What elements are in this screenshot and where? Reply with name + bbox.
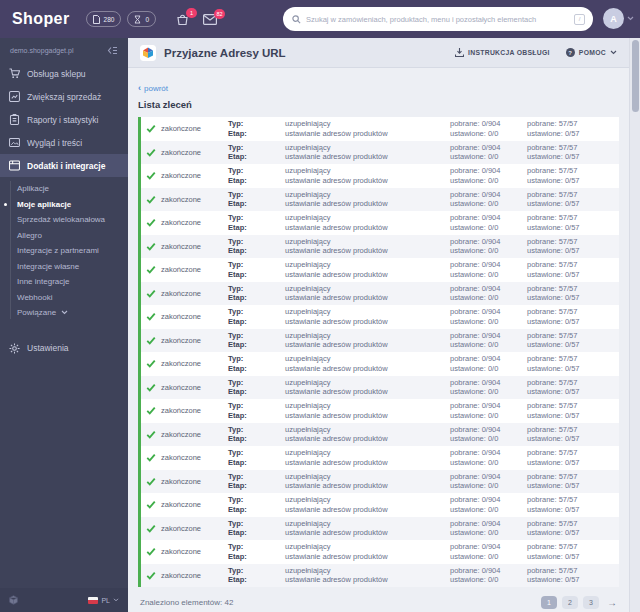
sidebar-item-obsluga-sklepu[interactable]: Obsługa sklepu [0,62,128,85]
sidebar-subitem-integracje-wlasne[interactable]: Integracje własne [0,259,128,275]
manual-button[interactable]: INSTRUKCJA OBSŁUGI [455,48,550,57]
language-selector[interactable]: PL [88,597,119,604]
table-row[interactable]: zakończone Typ: Etap: uzupełniający usta… [138,282,619,306]
etap-label: Etap: [228,481,285,491]
check-icon [146,289,156,298]
sidebar-item-label: Zwiększaj sprzedaż [27,92,101,102]
categories-downloaded: pobrane: 57/57 [527,143,619,153]
orders-counter-pill[interactable]: 280 [86,11,122,27]
account-menu[interactable]: A [603,8,634,29]
table-row[interactable]: zakończone Typ: Etap: uzupełniający usta… [138,470,619,494]
check-icon [146,383,156,392]
scrollbar[interactable] [629,38,640,612]
categories-set: ustawione: 0/57 [527,528,619,538]
products-set: ustawione: 0/0 [450,575,527,585]
categories-downloaded: pobrane: 57/57 [527,519,619,529]
active-bullet [4,203,7,206]
typ-value: uzupełniający [285,213,450,223]
etap-value: ustawianie adresów produktów [285,176,450,186]
table-row[interactable]: zakończone Typ: Etap: uzupełniający usta… [138,399,619,423]
app-title: Przyjazne Adresy URL [164,47,286,59]
check-icon [146,453,156,462]
categories-downloaded: pobrane: 57/57 [527,237,619,247]
sidebar-item-dodatki-i-integracje[interactable]: Dodatki i integracje [0,154,128,177]
status-label: zakończone [161,289,201,299]
sidebar-item-wyglad-i-tresci[interactable]: Wygląd i treści [0,131,128,154]
sidebar-subitem-integracje-z-partnerami[interactable]: Integracje z partnerami [0,243,128,259]
status-label: zakończone [161,312,201,322]
next-page-arrow-icon[interactable]: → [607,597,617,608]
table-row[interactable]: zakończone Typ: Etap: uzupełniający usta… [138,164,619,188]
table-row[interactable]: zakończone Typ: Etap: uzupełniający usta… [138,188,619,212]
categories-set: ustawione: 0/57 [527,458,619,468]
cube-icon[interactable] [9,595,18,605]
table-row[interactable]: zakończone Typ: Etap: uzupełniający usta… [138,564,619,588]
table-row[interactable]: zakończone Typ: Etap: uzupełniający usta… [138,117,619,141]
typ-value: uzupełniający [285,401,450,411]
typ-value: uzupełniający [285,519,450,529]
etap-value: ustawianie adresów produktów [285,434,450,444]
table-row[interactable]: zakończone Typ: Etap: uzupełniający usta… [138,211,619,235]
sidebar-item-zwiekszaj-sprzedaz[interactable]: Zwiększaj sprzedaż [0,85,128,108]
products-set: ustawione: 0/0 [450,481,527,491]
table-row[interactable]: zakończone Typ: Etap: uzupełniający usta… [138,258,619,282]
table-row[interactable]: zakończone Typ: Etap: uzupełniający usta… [138,493,619,517]
table-row[interactable]: zakończone Typ: Etap: uzupełniający usta… [138,446,619,470]
table-row[interactable]: zakończone Typ: Etap: uzupełniający usta… [138,235,619,259]
check-icon [146,406,156,415]
products-set: ustawione: 0/0 [450,293,527,303]
sessions-counter-pill[interactable]: 0 [127,11,156,27]
sidebar-subitem-webhooki[interactable]: Webhooki [0,290,128,306]
collapse-sidebar-icon[interactable] [107,46,118,55]
table-row[interactable]: zakończone Typ: Etap: uzupełniający usta… [138,540,619,564]
search-input[interactable] [306,15,574,24]
check-icon [146,430,156,439]
language-code: PL [101,597,110,604]
typ-value: uzupełniający [285,260,450,270]
page-button-3[interactable]: 3 [583,596,599,609]
products-set: ustawione: 0/0 [450,176,527,186]
typ-value: uzupełniający [285,119,450,129]
back-chevron-icon: ‹ [138,83,141,93]
table-row[interactable]: zakończone Typ: Etap: uzupełniający usta… [138,423,619,447]
categories-set: ustawione: 0/57 [527,552,619,562]
table-row[interactable]: zakończone Typ: Etap: uzupełniający usta… [138,141,619,165]
sidebar-subitem-moje-aplikacje[interactable]: Moje aplikacje [0,197,128,213]
typ-label: Typ: [228,166,285,176]
categories-set: ustawione: 0/57 [527,152,619,162]
products-downloaded: pobrane: 0/904 [450,213,527,223]
sidebar-subitem-inne-integracje[interactable]: Inne integracje [0,274,128,290]
sidebar-item-ustawienia[interactable]: Ustawienia [0,337,128,360]
table-row[interactable]: zakończone Typ: Etap: uzupełniający usta… [138,376,619,400]
categories-set: ustawione: 0/57 [527,199,619,209]
typ-value: uzupełniający [285,378,450,388]
status-label: zakończone [161,453,201,463]
page-button-2[interactable]: 2 [562,596,578,609]
table-row[interactable]: zakończone Typ: Etap: uzupełniający usta… [138,517,619,541]
avatar[interactable]: A [603,8,624,29]
typ-value: uzupełniający [285,566,450,576]
subitem-label: Sprzedaż wielokanałowa [17,215,105,224]
sidebar-subitem-aplikacje[interactable]: Aplikacje [0,181,128,197]
status-label: zakończone [161,547,201,557]
scrollbar-thumb[interactable] [632,40,639,112]
back-link[interactable]: ‹ powrót [138,83,168,93]
mail-badge: 82 [214,9,225,19]
integrations-submenu: Aplikacje Moje aplikacje Sprzedaż wielok… [0,177,128,327]
typ-value: uzupełniający [285,284,450,294]
plugin-icon [9,160,20,171]
categories-set: ustawione: 0/57 [527,364,619,374]
table-row[interactable]: zakończone Typ: Etap: uzupełniający usta… [138,329,619,353]
mail-button[interactable]: 82 [203,14,217,25]
sidebar-subitem-sprzedaz-wielokanalowa[interactable]: Sprzedaż wielokanałowa [0,212,128,228]
help-button[interactable]: ? POMOC [566,48,617,57]
typ-label: Typ: [228,307,285,317]
page-button-1[interactable]: 1 [541,596,557,609]
etap-value: ustawianie adresów produktów [285,340,450,350]
sidebar-item-raporty-i-statystyki[interactable]: Raporty i statystyki [0,108,128,131]
sidebar-subitem-powiazane[interactable]: Powiązane [0,305,128,321]
table-row[interactable]: zakończone Typ: Etap: uzupełniający usta… [138,305,619,329]
sidebar-subitem-allegro[interactable]: Allegro [0,228,128,244]
basket-button[interactable]: 1 [176,13,189,26]
table-row[interactable]: zakończone Typ: Etap: uzupełniający usta… [138,352,619,376]
